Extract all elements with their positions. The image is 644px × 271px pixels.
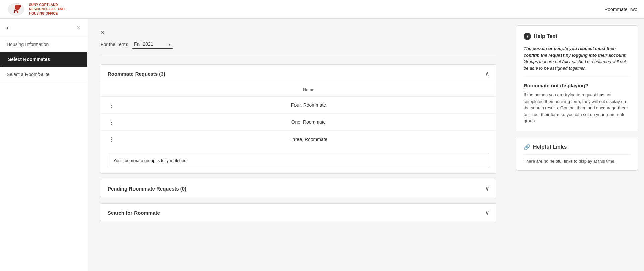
table-row: ⋮ Four, Roommate bbox=[101, 97, 496, 114]
sidebar-item-select-room-suite[interactable]: Select a Room/Suite bbox=[0, 67, 87, 82]
main-layout: ‹ × Housing Information Select Roommates… bbox=[0, 19, 644, 271]
info-icon: i bbox=[524, 33, 531, 40]
roommate-not-displaying-title: Roommate not displaying? bbox=[524, 83, 630, 88]
table-row: ⋮ Three, Roommate bbox=[101, 131, 496, 148]
sidebar-close-button[interactable]: × bbox=[76, 23, 82, 32]
pending-requests-toggle[interactable]: ∨ bbox=[485, 185, 489, 192]
help-divider bbox=[524, 77, 630, 77]
help-card: i Help Text The person or people you req… bbox=[517, 25, 637, 131]
logo-icon bbox=[7, 2, 25, 16]
row-menu-button-3[interactable]: ⋮ bbox=[108, 136, 114, 143]
sidebar-header: ‹ × bbox=[0, 19, 87, 37]
row-name-3: Three, Roommate bbox=[121, 131, 496, 148]
no-links-text: There are no helpful links to display at… bbox=[524, 159, 630, 164]
search-roommate-section: Search for Roommate ∨ bbox=[101, 203, 496, 222]
sidebar-back-button[interactable]: ‹ bbox=[5, 23, 10, 33]
term-selector: For the Term: Fall 2021 Spring 2022 bbox=[101, 40, 496, 54]
logo-logo-text: SUNY CORTLAND RESIDENCE LIFE AND HOUSING… bbox=[29, 3, 65, 16]
link-icon: 🔗 bbox=[524, 144, 530, 150]
row-name-1: Four, Roommate bbox=[121, 97, 496, 114]
row-menu-button-2[interactable]: ⋮ bbox=[108, 118, 114, 126]
top-header: SUNY CORTLAND RESIDENCE LIFE AND HOUSING… bbox=[0, 0, 644, 19]
logo-area: SUNY CORTLAND RESIDENCE LIFE AND HOUSING… bbox=[7, 2, 65, 16]
row-menu-dots-1[interactable]: ⋮ bbox=[101, 97, 121, 114]
term-select-wrap[interactable]: Fall 2021 Spring 2022 bbox=[132, 40, 173, 49]
sidebar: ‹ × Housing Information Select Roommates… bbox=[0, 19, 87, 271]
right-panel: i Help Text The person or people you req… bbox=[510, 19, 644, 271]
row-name-2: One, Roommate bbox=[121, 114, 496, 131]
help-body-text: If the person you are trying to request … bbox=[524, 92, 630, 124]
roommate-requests-header[interactable]: Roommate Requests (3) ∧ bbox=[101, 65, 496, 83]
search-roommate-toggle[interactable]: ∨ bbox=[485, 209, 489, 216]
row-menu-button-1[interactable]: ⋮ bbox=[108, 101, 114, 109]
row-menu-dots-2[interactable]: ⋮ bbox=[101, 114, 121, 131]
row-menu-dots-3[interactable]: ⋮ bbox=[101, 131, 121, 148]
term-label: For the Term: bbox=[101, 42, 128, 47]
matched-notice: Your roommate group is fully matched. bbox=[108, 153, 489, 168]
search-roommate-header[interactable]: Search for Roommate ∨ bbox=[101, 204, 496, 222]
term-select[interactable]: Fall 2021 Spring 2022 bbox=[132, 40, 173, 49]
content-close-button[interactable]: × bbox=[101, 29, 105, 37]
roommate-table: Name ⋮ Four, Roommate ⋮ One, Roomm bbox=[101, 83, 496, 148]
help-card-title: i Help Text bbox=[524, 33, 630, 40]
sidebar-item-select-roommates[interactable]: Select Roommates bbox=[0, 52, 87, 67]
pending-requests-header[interactable]: Pending Roommate Requests (0) ∨ bbox=[101, 179, 496, 198]
table-row: ⋮ One, Roommate bbox=[101, 114, 496, 131]
content-area: × For the Term: Fall 2021 Spring 2022 Ro… bbox=[87, 19, 510, 271]
sidebar-item-housing-information[interactable]: Housing Information bbox=[0, 37, 87, 52]
search-roommate-title: Search for Roommate bbox=[108, 210, 160, 216]
table-col-name: Name bbox=[121, 83, 496, 97]
roommate-requests-title: Roommate Requests (3) bbox=[108, 71, 165, 77]
user-name: Roommate Two bbox=[604, 7, 637, 12]
links-card-title: 🔗 Helpful Links bbox=[524, 144, 630, 155]
roommate-requests-section: Roommate Requests (3) ∧ Name ⋮ Four, Roo… bbox=[101, 64, 496, 174]
pending-requests-section: Pending Roommate Requests (0) ∨ bbox=[101, 179, 496, 198]
sidebar-items: Housing Information Select Roommates Sel… bbox=[0, 37, 87, 82]
pending-requests-title: Pending Roommate Requests (0) bbox=[108, 186, 186, 192]
table-col-actions bbox=[101, 83, 121, 97]
links-card: 🔗 Helpful Links There are no helpful lin… bbox=[517, 137, 637, 171]
roommate-requests-toggle[interactable]: ∧ bbox=[485, 70, 489, 77]
help-text-italic: The person or people you request must th… bbox=[524, 45, 630, 71]
svg-point-3 bbox=[19, 5, 21, 7]
